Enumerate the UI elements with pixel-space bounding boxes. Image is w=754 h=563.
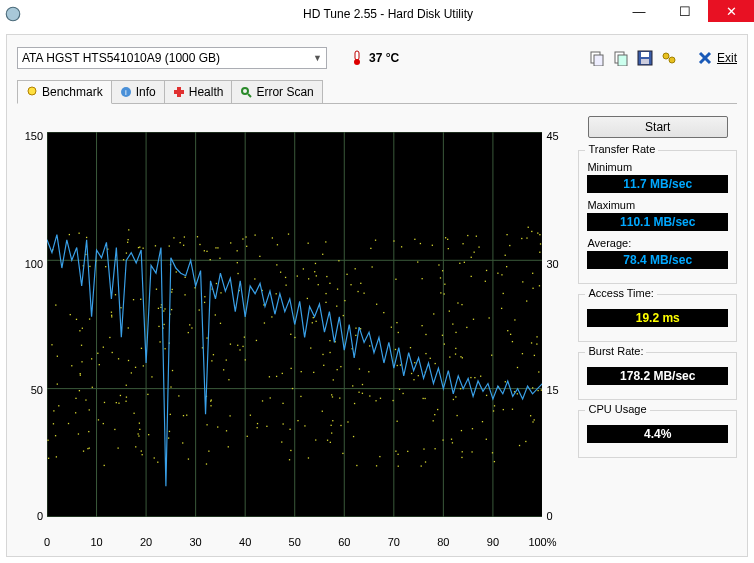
- svg-rect-347: [312, 322, 313, 323]
- svg-rect-244: [331, 432, 332, 433]
- save-icon[interactable]: [637, 50, 653, 66]
- svg-rect-36: [486, 270, 487, 271]
- svg-rect-439: [230, 343, 231, 344]
- svg-rect-152: [58, 405, 59, 406]
- svg-rect-467: [425, 353, 426, 354]
- svg-rect-141: [215, 247, 216, 248]
- svg-rect-65: [326, 276, 327, 277]
- svg-rect-136: [355, 328, 356, 329]
- cpu-usage-title: CPU Usage: [585, 403, 649, 415]
- copy-screenshot-icon[interactable]: [613, 50, 629, 66]
- svg-rect-181: [159, 341, 160, 342]
- svg-rect-389: [88, 431, 89, 432]
- svg-rect-277: [266, 426, 267, 427]
- svg-rect-348: [501, 274, 502, 275]
- access-time-group: Access Time: 19.2 ms: [578, 294, 737, 342]
- svg-rect-188: [197, 236, 198, 237]
- svg-rect-250: [541, 389, 542, 390]
- svg-rect-416: [213, 354, 214, 355]
- svg-rect-176: [444, 284, 445, 285]
- svg-rect-345: [237, 262, 238, 263]
- exit-button[interactable]: Exit: [697, 50, 737, 66]
- svg-rect-150: [445, 237, 446, 238]
- svg-rect-413: [217, 247, 218, 248]
- svg-rect-122: [154, 457, 155, 458]
- svg-rect-113: [126, 396, 127, 397]
- svg-point-2: [354, 59, 360, 65]
- svg-rect-338: [325, 241, 326, 242]
- minimum-label: Minimum: [587, 161, 728, 173]
- svg-rect-423: [396, 421, 397, 422]
- svg-rect-115: [303, 268, 304, 269]
- info-icon: i: [120, 86, 132, 98]
- drive-select[interactable]: ATA HGST HTS541010A9 (1000 GB) ▼: [17, 47, 327, 69]
- svg-rect-279: [245, 236, 246, 237]
- tab-errorscan[interactable]: Error Scan: [232, 80, 322, 104]
- svg-rect-408: [206, 424, 207, 425]
- tab-info[interactable]: i Info: [112, 80, 165, 104]
- svg-rect-140: [85, 399, 86, 400]
- svg-rect-316: [315, 263, 316, 264]
- maximize-button[interactable]: ☐: [662, 0, 708, 22]
- svg-rect-445: [118, 403, 119, 404]
- svg-rect-267: [169, 245, 170, 246]
- svg-line-20: [248, 94, 251, 97]
- svg-rect-235: [147, 394, 148, 395]
- svg-rect-88: [329, 352, 330, 353]
- svg-rect-270: [442, 439, 443, 440]
- svg-rect-164: [288, 233, 289, 234]
- exit-icon: [697, 50, 713, 66]
- svg-rect-371: [459, 263, 460, 264]
- svg-rect-337: [308, 457, 309, 458]
- svg-rect-296: [117, 447, 118, 448]
- svg-rect-133: [78, 233, 79, 234]
- tab-bar: Benchmark i Info Health Error Scan: [17, 79, 737, 104]
- svg-rect-297: [223, 369, 224, 370]
- svg-rect-484: [350, 284, 351, 285]
- svg-rect-148: [206, 463, 207, 464]
- minimize-button[interactable]: —: [616, 0, 662, 22]
- close-button[interactable]: ✕: [708, 0, 754, 22]
- svg-rect-68: [358, 392, 359, 393]
- svg-rect-319: [92, 387, 93, 388]
- svg-rect-381: [467, 235, 468, 236]
- svg-rect-66: [329, 283, 330, 284]
- svg-rect-256: [512, 409, 513, 410]
- svg-rect-309: [337, 369, 338, 370]
- svg-rect-289: [135, 446, 136, 447]
- svg-rect-118: [442, 270, 443, 271]
- burst-rate-value: 178.2 MB/sec: [587, 367, 728, 385]
- svg-rect-217: [151, 376, 152, 377]
- svg-rect-162: [81, 361, 82, 362]
- svg-rect-291: [139, 423, 140, 424]
- tab-benchmark[interactable]: Benchmark: [17, 80, 112, 104]
- svg-rect-437: [383, 312, 384, 313]
- tab-health[interactable]: Health: [165, 80, 233, 104]
- svg-rect-411: [540, 243, 541, 244]
- svg-rect-384: [346, 274, 347, 275]
- cpu-usage-value: 4.4%: [587, 425, 728, 443]
- svg-rect-455: [397, 454, 398, 455]
- svg-rect-476: [315, 321, 316, 322]
- svg-point-11: [669, 57, 675, 63]
- svg-point-14: [28, 87, 36, 95]
- svg-rect-193: [395, 451, 396, 452]
- svg-rect-353: [170, 414, 171, 415]
- svg-rect-93: [440, 292, 441, 293]
- start-button[interactable]: Start: [588, 116, 728, 138]
- svg-rect-477: [329, 340, 330, 341]
- svg-rect-227: [455, 353, 456, 354]
- svg-rect-403: [183, 415, 184, 416]
- svg-rect-108: [396, 322, 397, 323]
- svg-rect-304: [116, 402, 117, 403]
- svg-rect-149: [485, 281, 486, 282]
- svg-rect-75: [242, 346, 243, 347]
- svg-rect-46: [128, 360, 129, 361]
- svg-rect-252: [217, 426, 218, 427]
- options-icon[interactable]: [661, 50, 677, 66]
- svg-rect-432: [489, 317, 490, 318]
- svg-rect-86: [290, 334, 291, 335]
- svg-rect-327: [369, 395, 370, 396]
- svg-rect-387: [111, 315, 112, 316]
- copy-text-icon[interactable]: [589, 50, 605, 66]
